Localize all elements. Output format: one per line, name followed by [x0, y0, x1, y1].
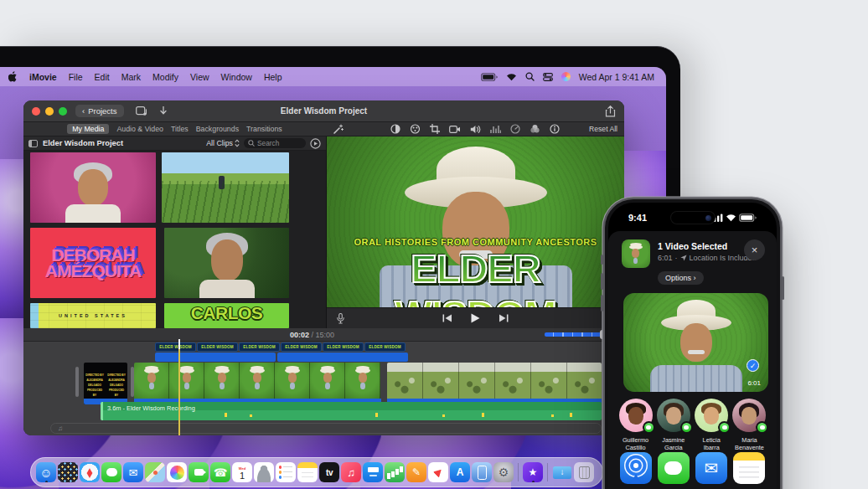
title-clip-badge[interactable]: ELDER WISDOM: [197, 342, 238, 352]
dock-contacts-icon[interactable]: [254, 462, 274, 482]
dock-calendar-icon[interactable]: Wed 1: [232, 462, 252, 482]
dock-numbers-icon[interactable]: [385, 462, 405, 482]
speed-icon[interactable]: [510, 124, 520, 134]
video-preview-card[interactable]: ✓ 6:01: [623, 293, 768, 392]
share-airdrop[interactable]: AirDrop: [617, 452, 654, 489]
tab-titles[interactable]: Titles: [171, 125, 189, 133]
clip-title-carlos[interactable]: CARLOS: [164, 303, 289, 328]
crop-icon[interactable]: [430, 124, 440, 134]
dock-music-icon[interactable]: [341, 462, 361, 482]
import-media-icon[interactable]: [159, 106, 168, 116]
timeline-credits-clip[interactable]: DIRECTED BYALEJANDRA DELGADO PRODUCED BY…: [84, 363, 127, 404]
menu-imovie[interactable]: iMovie: [29, 72, 57, 82]
title-clip-bar-2[interactable]: [277, 353, 408, 362]
control-center-icon[interactable]: [543, 73, 553, 81]
title-clip-badge[interactable]: ELDER WISDOM: [155, 342, 196, 352]
tab-backgrounds[interactable]: Backgrounds: [196, 125, 239, 133]
background-music-track[interactable]: ♫: [50, 423, 602, 434]
volume-icon[interactable]: [470, 125, 481, 134]
spotlight-icon[interactable]: [525, 72, 535, 81]
timeline-video-clip-interview[interactable]: [134, 363, 381, 404]
timeline[interactable]: ELDER WISDOM ELDER WISDOM ELDER WISDOM E…: [23, 342, 624, 435]
dock-mail-icon[interactable]: [123, 462, 143, 482]
menu-file[interactable]: File: [69, 72, 83, 82]
menu-modify[interactable]: Modify: [152, 72, 178, 82]
title-clip-badge[interactable]: ELDER WISDOM: [323, 342, 364, 352]
info-icon[interactable]: [550, 124, 560, 134]
reset-all-button[interactable]: Reset All: [589, 125, 617, 133]
previous-frame-button[interactable]: [442, 314, 452, 322]
dock-finder-icon[interactable]: [36, 462, 56, 482]
dock-tv-icon[interactable]: tv: [319, 462, 339, 482]
siri-icon[interactable]: [561, 72, 571, 81]
clip-title-deborah[interactable]: DEBORAH AMÉZQUITA: [30, 228, 156, 298]
next-frame-button[interactable]: [499, 314, 509, 322]
dock-imovie-icon[interactable]: [523, 462, 543, 482]
dock-maps-icon[interactable]: [145, 462, 165, 482]
share-messages[interactable]: Messages: [654, 452, 692, 489]
tab-transitions[interactable]: Transitions: [246, 125, 282, 133]
dock-notes-icon[interactable]: [297, 462, 318, 482]
menu-edit[interactable]: Edit: [95, 72, 110, 82]
dock-reminders-icon[interactable]: [276, 462, 296, 482]
timeline-zoom-slider[interactable]: [545, 333, 603, 336]
back-to-projects-button[interactable]: ‹ Projects: [75, 105, 124, 117]
playhead[interactable]: [178, 339, 180, 435]
dock-appstore-icon[interactable]: A: [450, 462, 470, 482]
clip-us-map[interactable]: UNITED STATES: [30, 303, 156, 328]
dock-phone-icon[interactable]: [210, 462, 230, 482]
zoom-window-button[interactable]: [59, 107, 67, 116]
dock-facetime-icon[interactable]: [189, 462, 209, 482]
search-input[interactable]: Search: [244, 138, 306, 148]
timeline-video-clip-farm[interactable]: [387, 363, 602, 404]
share-notes[interactable]: Notes: [731, 452, 768, 489]
share-options-button[interactable]: Options ›: [658, 271, 704, 285]
filters-icon[interactable]: [530, 124, 540, 134]
dock-safari-icon[interactable]: [80, 462, 100, 482]
contact-jasmine[interactable]: JasmineGarcia: [654, 399, 692, 452]
close-share-sheet-button[interactable]: ×: [744, 239, 765, 260]
share-mail[interactable]: ✉ Mail: [693, 452, 731, 489]
stabilization-icon[interactable]: [449, 125, 461, 134]
viewer-preview[interactable]: ORAL HISTORIES FROM COMMUNITY ANCESTORS …: [327, 136, 624, 307]
menu-clock[interactable]: Wed Apr 1 9:41 AM: [579, 72, 654, 82]
apple-menu-icon[interactable]: [8, 71, 18, 82]
wifi-icon[interactable]: [506, 73, 517, 81]
color-correction-icon[interactable]: [410, 124, 421, 134]
title-clip-badge[interactable]: ELDER WISDOM: [239, 342, 280, 352]
contact-maria[interactable]: MariaBenavente: [731, 399, 768, 452]
title-clip-badge[interactable]: ELDER WISDOM: [281, 342, 322, 352]
sidebar-toggle-icon[interactable]: [28, 140, 38, 147]
dock-pages-icon[interactable]: [406, 462, 426, 482]
timeline-audio-clip[interactable]: 3.6m - Elder Wisdom Recording: [101, 402, 602, 420]
filmstrip-play-icon[interactable]: [310, 138, 321, 149]
menu-mark[interactable]: Mark: [121, 72, 141, 82]
dock-messages-icon[interactable]: [101, 462, 121, 482]
dock-keynote-icon[interactable]: [363, 462, 383, 482]
tab-audio-video[interactable]: Audio & Video: [116, 125, 163, 133]
menu-help[interactable]: Help: [264, 72, 282, 82]
noise-reduction-icon[interactable]: [490, 125, 501, 134]
media-browser-icon[interactable]: [136, 106, 147, 116]
dock-photos-icon[interactable]: [167, 462, 187, 482]
title-clip-bar-1[interactable]: [155, 353, 276, 362]
clip-farm-field[interactable]: [162, 152, 289, 223]
clip-trim-handle-left[interactable]: [75, 367, 79, 397]
dock-iphone-mirroring-icon[interactable]: [472, 462, 492, 482]
color-balance-icon[interactable]: [390, 124, 400, 134]
tab-my-media[interactable]: My Media: [67, 124, 109, 134]
dock-launchpad-icon[interactable]: [58, 462, 78, 482]
clip-elder-woman-pink[interactable]: [30, 152, 156, 223]
menu-view[interactable]: View: [190, 72, 209, 82]
dock-system-settings-icon[interactable]: [493, 462, 514, 482]
play-button[interactable]: [471, 313, 480, 323]
dock-downloads-icon[interactable]: [552, 462, 572, 482]
menu-window[interactable]: Window: [221, 72, 252, 82]
minimize-window-button[interactable]: [45, 107, 54, 116]
share-icon[interactable]: [605, 106, 616, 117]
title-clip-badge[interactable]: ELDER WISDOM: [364, 342, 406, 352]
contact-leticia[interactable]: LeticiaIbarra: [693, 399, 731, 452]
battery-icon[interactable]: [481, 73, 498, 81]
dock-games-rocket-icon[interactable]: [428, 462, 448, 482]
dock-trash-icon[interactable]: [574, 462, 594, 482]
